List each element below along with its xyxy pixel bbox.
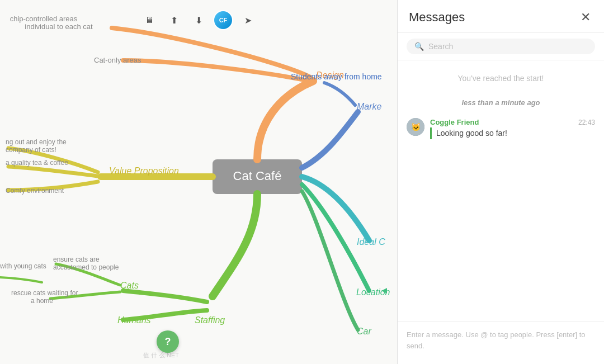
svg-text:Students away from home: Students away from home bbox=[291, 72, 382, 81]
help-button[interactable]: ? bbox=[157, 330, 179, 353]
svg-text:Marke: Marke bbox=[357, 102, 382, 111]
svg-text:Cats: Cats bbox=[120, 281, 139, 290]
message-text: Looking good so far! bbox=[430, 127, 595, 139]
messages-body: You've reached the start! less than a mi… bbox=[398, 60, 604, 321]
mindmap-svg: Cat Café Design chip-controlled areas in… bbox=[0, 0, 397, 364]
message-item: 🐱 Coggle Friend 22:43 Looking good so fa… bbox=[398, 116, 604, 141]
svg-text:individual to each cat: individual to each cat bbox=[25, 22, 93, 31]
watermark: 值 什 么.NET bbox=[143, 351, 179, 360]
close-button[interactable]: ✕ bbox=[578, 10, 593, 25]
message-input[interactable] bbox=[407, 329, 595, 354]
time-divider: less than a minute ago bbox=[398, 94, 604, 116]
svg-text:ng out and enjoy the: ng out and enjoy the bbox=[6, 138, 67, 146]
message-input-area bbox=[398, 321, 604, 364]
svg-text:Cat-only areas: Cat-only areas bbox=[94, 56, 141, 64]
monitor-button[interactable]: 🖥 bbox=[139, 10, 159, 30]
svg-text:a quality tea & coffee: a quality tea & coffee bbox=[6, 159, 68, 167]
reached-start-text: You've reached the start! bbox=[398, 69, 604, 94]
search-icon: 🔍 bbox=[414, 42, 424, 51]
svg-text:accustomed to people: accustomed to people bbox=[53, 263, 119, 271]
svg-text:Humans: Humans bbox=[117, 315, 151, 325]
svg-text:🐱: 🐱 bbox=[411, 122, 421, 132]
svg-text:ensure cats are: ensure cats are bbox=[53, 256, 100, 263]
svg-text:Car: Car bbox=[357, 327, 371, 336]
close-icon: ✕ bbox=[581, 10, 591, 24]
avatar-label: CF bbox=[219, 17, 228, 23]
toolbar: 🖥 ⬆ ⬇ CF ➤ bbox=[139, 10, 258, 30]
messages-title: Messages bbox=[409, 10, 465, 25]
message-content: Coggle Friend 22:43 Looking good so far! bbox=[430, 118, 595, 139]
mindmap-area: 🖥 ⬆ ⬇ CF ➤ Cat Café Design chip-controll… bbox=[0, 0, 397, 364]
svg-text:rescue cats waiting for: rescue cats waiting for bbox=[11, 289, 78, 297]
message-meta: Coggle Friend 22:43 bbox=[430, 118, 595, 126]
svg-text:Comfy environment: Comfy environment bbox=[6, 187, 64, 195]
arrow-button[interactable]: ➤ bbox=[238, 10, 258, 30]
messages-panel: Messages ✕ 🔍 You've reached the start! l… bbox=[397, 0, 604, 364]
message-time: 22:43 bbox=[578, 119, 595, 126]
user-avatar[interactable]: CF bbox=[213, 10, 233, 30]
search-input[interactable] bbox=[428, 42, 587, 51]
sender-avatar: 🐱 bbox=[407, 118, 424, 136]
svg-text:company of cats!: company of cats! bbox=[6, 146, 56, 154]
search-bar: 🔍 bbox=[398, 33, 604, 60]
svg-text:Ideal C: Ideal C bbox=[357, 237, 385, 247]
message-sender: Coggle Friend bbox=[430, 118, 479, 126]
svg-text:a home: a home bbox=[31, 297, 53, 305]
messages-header: Messages ✕ bbox=[398, 0, 604, 33]
svg-text:with young cats: with young cats bbox=[0, 262, 46, 270]
download-button[interactable]: ⬇ bbox=[188, 10, 209, 30]
search-input-wrapper: 🔍 bbox=[407, 39, 595, 54]
svg-text:Value Proposition: Value Proposition bbox=[109, 166, 179, 176]
svg-text:chip-controlled areas: chip-controlled areas bbox=[10, 15, 78, 23]
svg-text:Cat Café: Cat Café bbox=[233, 169, 282, 183]
upload-button[interactable]: ⬆ bbox=[164, 10, 184, 30]
svg-text:Staffing: Staffing bbox=[195, 315, 225, 325]
